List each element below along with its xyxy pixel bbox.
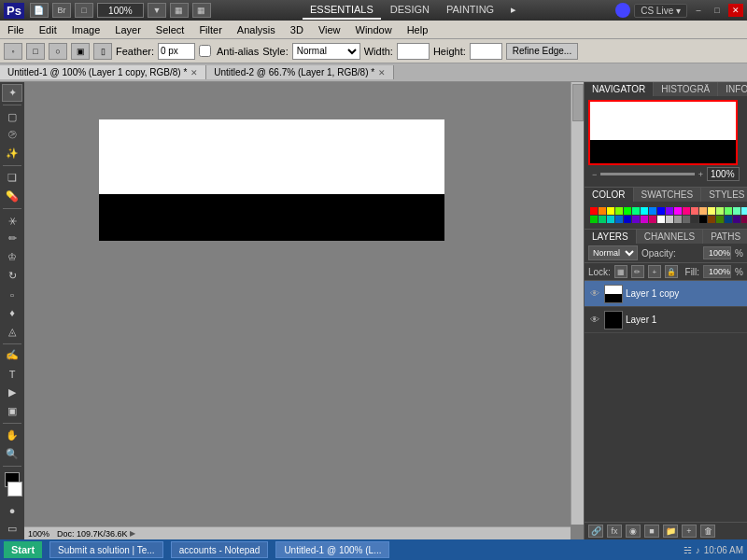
menu-layer[interactable]: Layer [107, 22, 148, 37]
color-swatch[interactable] [699, 207, 707, 215]
color-swatch[interactable] [741, 207, 747, 215]
arrange-icon[interactable]: ▦ [170, 3, 189, 18]
color-swatch[interactable] [674, 216, 682, 223]
path-selection-tool[interactable]: ▶ [2, 384, 22, 401]
opacity-input[interactable] [703, 246, 731, 259]
scroll-v-thumb[interactable] [572, 84, 584, 121]
cs-live-button[interactable]: CS Live ▾ [634, 4, 687, 18]
layer-eye-copy[interactable]: 👁 [588, 287, 601, 301]
color-swatch[interactable] [632, 207, 640, 215]
layout-icon[interactable]: ▦ [192, 3, 211, 18]
layer-mask-button[interactable]: ◉ [626, 525, 641, 538]
spot-heal-tool[interactable]: ⚹ [2, 212, 22, 230]
blend-mode-select[interactable]: Normal Multiply Screen [588, 245, 638, 260]
magic-wand-tool[interactable]: ✨ [2, 145, 22, 162]
color-swatch[interactable] [683, 207, 690, 215]
workspace-tab-design[interactable]: DESIGN [383, 2, 437, 20]
workspace-tab-more[interactable]: ▸ [503, 2, 524, 20]
zoom-tool[interactable]: 🔍 [2, 445, 22, 463]
taskbar-item-3[interactable]: Untitled-1 @ 100% (L... [275, 541, 389, 558]
style-select[interactable]: Normal Fixed Ratio Fixed Size [292, 43, 360, 60]
height-input[interactable] [470, 43, 502, 60]
doc-tab-1-close[interactable]: ✕ [190, 68, 198, 77]
restore-button[interactable]: □ [710, 4, 725, 17]
color-swatch[interactable] [691, 216, 698, 223]
brush-tool[interactable]: ✏ [2, 231, 22, 248]
color-swatch[interactable] [691, 207, 698, 215]
move-tool[interactable]: ✦ [2, 84, 22, 102]
eraser-tool[interactable]: ▫ [2, 286, 22, 303]
bridge-icon[interactable]: Br [52, 3, 71, 18]
tab-swatches[interactable]: SWATCHES [634, 188, 702, 202]
shape-tool[interactable]: ▣ [2, 402, 22, 420]
color-swatch[interactable] [733, 216, 740, 223]
color-swatch[interactable] [641, 207, 648, 215]
layer-group-button[interactable]: 📁 [663, 525, 678, 538]
lock-transparent-icon[interactable]: ▦ [614, 265, 627, 278]
tab-navigator[interactable]: NAVIGATOR [585, 82, 654, 96]
color-swatch[interactable] [708, 207, 715, 215]
menu-3d[interactable]: 3D [283, 22, 311, 37]
taskbar-item-2[interactable]: accounts - Notepad [171, 541, 269, 558]
pen-tool[interactable]: ✍ [2, 347, 22, 365]
marquee-tool[interactable]: ▢ [2, 108, 22, 126]
history-tool[interactable]: ↻ [2, 267, 22, 285]
marquee-tool-icon[interactable]: ◦ [4, 43, 22, 60]
layer-item-1[interactable]: 👁 Layer 1 [585, 307, 747, 333]
lock-all-icon[interactable]: 🔒 [665, 265, 678, 278]
color-swatch[interactable] [657, 216, 665, 223]
screen-mode-tool[interactable]: ▭ [2, 520, 22, 538]
menu-help[interactable]: Help [400, 22, 436, 37]
lock-move-icon[interactable]: + [648, 265, 661, 278]
rect-select-icon[interactable]: □ [26, 43, 45, 60]
lock-paint-icon[interactable]: ✏ [631, 265, 644, 278]
background-color[interactable] [7, 482, 22, 497]
doc-tab-2[interactable]: Untitled-2 @ 66.7% (Layer 1, RGB/8) * ✕ [206, 65, 394, 79]
menu-analysis[interactable]: Analysis [230, 22, 283, 37]
tab-styles[interactable]: STYLES [701, 188, 747, 202]
color-swatch[interactable] [599, 207, 606, 215]
zoom-dropdown-icon[interactable]: ▼ [148, 3, 166, 18]
workspace-tab-painting[interactable]: PAINTING [439, 2, 501, 20]
clone-tool[interactable]: ♔ [2, 248, 22, 266]
gradient-tool[interactable]: ♦ [2, 304, 22, 322]
layer-new-button[interactable]: + [682, 525, 697, 538]
layer-adjustment-button[interactable]: ■ [644, 525, 659, 538]
color-swatch[interactable] [666, 207, 673, 215]
color-swatch[interactable] [649, 216, 656, 223]
color-swatch[interactable] [657, 207, 665, 215]
hand-tool[interactable]: ✋ [2, 427, 22, 444]
close-button[interactable]: ✕ [728, 4, 743, 17]
anti-alias-checkbox[interactable] [199, 45, 211, 57]
zoom-percent-input[interactable] [707, 167, 740, 181]
color-swatch[interactable] [725, 216, 732, 223]
tab-info[interactable]: INFO [718, 82, 747, 96]
color-swatch[interactable] [624, 216, 631, 223]
color-swatch[interactable] [624, 207, 631, 215]
color-swatch[interactable] [615, 207, 623, 215]
menu-edit[interactable]: Edit [32, 22, 64, 37]
tab-paths[interactable]: PATHS [703, 230, 747, 244]
color-swatch[interactable] [733, 207, 740, 215]
type-tool[interactable]: T [2, 365, 22, 383]
zoom-out-icon[interactable]: − [592, 170, 597, 179]
doc-tab-2-close[interactable]: ✕ [378, 68, 386, 77]
dodge-tool[interactable]: ◬ [2, 323, 22, 341]
lasso-tool[interactable]: ⧁ [2, 127, 22, 145]
color-swatch[interactable] [716, 207, 724, 215]
color-swatch[interactable] [607, 216, 614, 223]
width-input[interactable] [397, 43, 430, 60]
color-swatch[interactable] [683, 216, 690, 223]
file-icon[interactable]: 📄 [30, 3, 49, 18]
ellipse-select-icon[interactable]: ○ [49, 43, 67, 60]
minimize-button[interactable]: – [691, 4, 706, 17]
zoom-slider[interactable] [600, 173, 694, 175]
color-swatch[interactable] [632, 216, 640, 223]
menu-filter[interactable]: Filter [191, 22, 229, 37]
fill-input[interactable] [703, 265, 731, 278]
taskbar-item-1[interactable]: Submit a solution | Te... [49, 541, 163, 558]
tab-color[interactable]: COLOR [585, 188, 634, 202]
crop-tool[interactable]: ❏ [2, 169, 22, 187]
new-doc-icon[interactable]: □ [75, 3, 93, 18]
layer-fx-button[interactable]: fx [607, 525, 622, 538]
